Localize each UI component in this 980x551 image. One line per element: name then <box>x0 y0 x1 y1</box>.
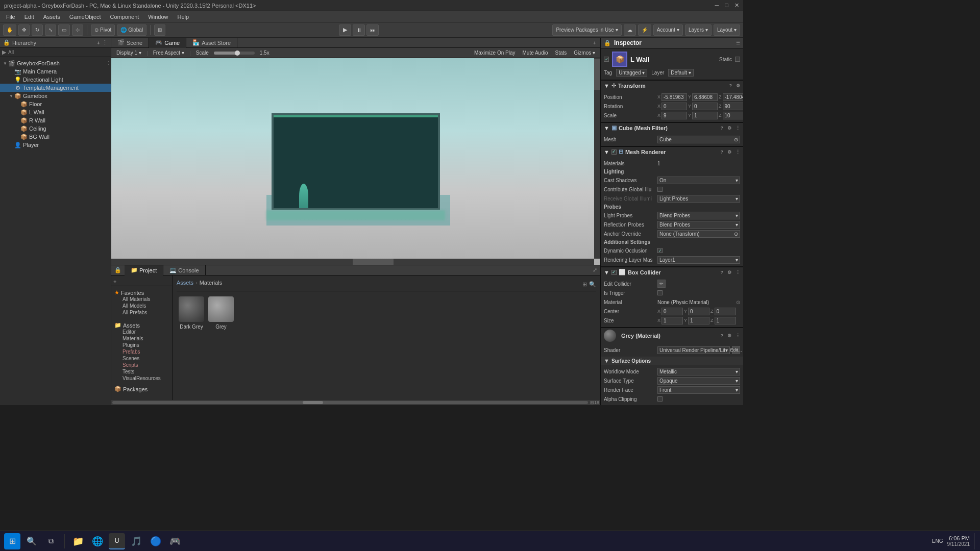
gizmos-btn[interactable]: Gizmos ▾ <box>572 50 597 56</box>
panel-maximize-btn[interactable]: ⤢ <box>590 267 600 273</box>
scale-tool[interactable]: ⤡ <box>45 24 56 36</box>
dynamic-occlusion-checkbox[interactable] <box>657 248 663 253</box>
edit-collider-btn[interactable]: ✏ <box>657 280 666 288</box>
obj-icon[interactable]: 📦 <box>612 52 627 67</box>
transform-header[interactable]: ▼ ⊹ Transform ? ⚙ <box>601 80 743 90</box>
maximize-btn[interactable]: □ <box>725 2 728 9</box>
project-search-btn[interactable]: 🔍 <box>589 281 596 288</box>
menu-component[interactable]: Component <box>106 13 143 21</box>
size-x[interactable] <box>662 317 683 324</box>
view-tabs-add[interactable]: + <box>589 40 600 46</box>
breadcrumb-materials[interactable]: Materials <box>200 280 223 286</box>
layer-dropdown[interactable]: Default ▾ <box>668 69 693 77</box>
menu-gameobject[interactable]: GameObject <box>65 13 105 21</box>
rotate-tool[interactable]: ↻ <box>32 24 43 36</box>
hierarchy-item-main-camera[interactable]: ▶ 📷 Main Camera <box>0 67 111 76</box>
favorites-header[interactable]: ★ Favorites <box>114 289 169 296</box>
asset-scripts[interactable]: Scripts <box>114 362 169 368</box>
cast-shadows-dropdown[interactable]: On▾ <box>657 177 740 184</box>
pos-z[interactable] <box>723 93 743 101</box>
surface-options-header[interactable]: ▼ Surface Options <box>601 357 743 365</box>
all-materials[interactable]: All Materials <box>114 296 169 303</box>
rot-x[interactable] <box>662 103 687 110</box>
panel-lock-icon[interactable]: 🔒 <box>111 267 125 273</box>
box-collider-menu[interactable]: ⋮ <box>736 270 740 275</box>
rot-z[interactable] <box>723 103 743 110</box>
material-target-icon[interactable]: ⊙ <box>736 299 740 305</box>
hierarchy-lock-icon[interactable]: 🔒 <box>3 39 10 46</box>
material-menu[interactable]: ⋮ <box>736 333 740 338</box>
mesh-filter-settings[interactable]: ⚙ <box>727 126 731 131</box>
account-btn[interactable]: Account ▾ <box>653 24 683 36</box>
asset-grey[interactable]: Grey <box>208 296 234 330</box>
inspector-debug-btn[interactable]: ☰ <box>736 40 740 45</box>
packages-header[interactable]: 📦 Packages <box>114 386 169 392</box>
transform-settings-icon[interactable]: ⚙ <box>736 83 740 88</box>
scrollbar-vertical[interactable] <box>594 58 600 259</box>
close-btn[interactable]: ✕ <box>734 2 739 9</box>
center-z[interactable] <box>715 308 736 315</box>
hierarchy-item-player[interactable]: ▶ 👤 Player <box>0 141 111 149</box>
hierarchy-item-greyboxfordash[interactable]: ▼ 🎬 GreyboxForDash ⋮ <box>0 59 111 67</box>
box-collider-header[interactable]: ▼ ⬜ Box Collider ? ⚙ ⋮ <box>601 267 743 277</box>
hierarchy-item-ceiling[interactable]: ▶ 📦 Ceiling <box>0 124 111 133</box>
tag-dropdown[interactable]: Untagged ▾ <box>616 69 647 77</box>
scale-slider[interactable] <box>214 52 255 55</box>
play-button[interactable]: ▶ <box>339 24 351 36</box>
rect-tool[interactable]: ▭ <box>58 24 70 36</box>
all-models[interactable]: All Models <box>114 303 169 309</box>
project-icon-btn[interactable]: ⊞ <box>582 281 587 288</box>
size-y[interactable] <box>688 317 709 324</box>
scrollbar-horizontal[interactable] <box>111 259 594 265</box>
box-collider-active[interactable] <box>611 270 617 275</box>
mute-audio[interactable]: Mute Audio <box>520 50 550 56</box>
display-selector[interactable]: Display 1 ▾ <box>114 50 143 56</box>
stats-btn[interactable]: Stats <box>553 50 569 56</box>
mesh-renderer-help[interactable]: ? <box>721 149 724 155</box>
mesh-dropdown[interactable]: Cube ⊙ <box>657 136 740 143</box>
breadcrumb-assets[interactable]: Assets <box>177 280 193 286</box>
mesh-renderer-active[interactable] <box>611 149 617 155</box>
preview-packages-btn[interactable]: Preview Packages in Use ▾ <box>552 24 621 36</box>
rot-y[interactable] <box>692 103 718 110</box>
hierarchy-item-floor[interactable]: ▶ 📦 Floor <box>0 100 111 108</box>
collab-btn[interactable]: ☁ <box>624 24 636 36</box>
menu-window[interactable]: Window <box>144 13 172 21</box>
render-face-dropdown[interactable]: Front▾ <box>657 386 740 394</box>
anchor-override-dropdown[interactable]: None (Transform)⊙ <box>657 230 740 238</box>
asset-prefabs[interactable]: Prefabs <box>114 348 169 355</box>
transform-help-icon[interactable]: ? <box>729 83 732 88</box>
hierarchy-add-btn[interactable]: + <box>97 40 100 46</box>
box-collider-help[interactable]: ? <box>721 270 724 275</box>
global-btn[interactable]: 🌐 Global <box>117 24 146 36</box>
edit-shader-btn[interactable]: Edit... <box>732 346 740 354</box>
active-checkbox[interactable] <box>604 57 609 62</box>
assets-header[interactable]: 📁 Assets <box>114 322 169 329</box>
menu-help[interactable]: Help <box>173 13 193 21</box>
hierarchy-item-directional-light[interactable]: ▶ 💡 Directional Light <box>0 76 111 84</box>
mesh-filter-help[interactable]: ? <box>721 126 724 131</box>
hierarchy-item-menu[interactable]: ⋮ <box>106 61 111 66</box>
is-trigger-checkbox[interactable] <box>657 290 663 295</box>
menu-assets[interactable]: Assets <box>39 13 64 21</box>
pause-button[interactable]: ⏸ <box>353 24 365 36</box>
menu-file[interactable]: File <box>2 13 19 21</box>
center-y[interactable] <box>688 308 709 315</box>
center-x[interactable] <box>662 308 683 315</box>
hand-tool[interactable]: ✋ <box>3 24 16 36</box>
alpha-clipping-checkbox[interactable] <box>657 396 663 402</box>
mesh-renderer-menu[interactable]: ⋮ <box>736 149 740 155</box>
pos-x[interactable] <box>662 93 687 101</box>
rendering-layer-dropdown[interactable]: Layer1▾ <box>657 256 740 264</box>
layers-btn[interactable]: Layers ▾ <box>685 24 712 36</box>
mesh-target-icon[interactable]: ⊙ <box>734 137 738 142</box>
asset-plugins[interactable]: Plugins <box>114 342 169 348</box>
workflow-mode-dropdown[interactable]: Metallic▾ <box>657 368 740 375</box>
hierarchy-item-bgwall[interactable]: ▶ 📦 BG Wall <box>0 133 111 141</box>
material-help[interactable]: ? <box>721 333 724 338</box>
mesh-renderer-header[interactable]: ▼ ⊟ Mesh Renderer ? ⚙ ⋮ <box>601 146 743 157</box>
cloud-btn[interactable]: ⚡ <box>638 24 651 36</box>
all-prefabs[interactable]: All Prefabs <box>114 309 169 316</box>
contribute-gi-checkbox[interactable] <box>657 187 663 192</box>
move-tool[interactable]: ✥ <box>18 24 30 36</box>
